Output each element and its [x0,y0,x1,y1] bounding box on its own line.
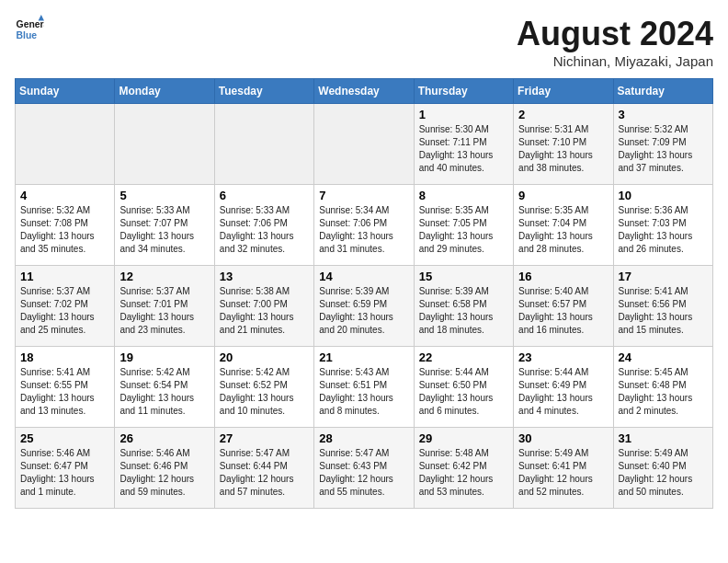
day-number: 13 [220,270,309,283]
day-number: 9 [518,189,608,202]
day-number: 14 [319,270,408,283]
calendar-cell: 20Sunrise: 5:42 AMSunset: 6:52 PMDayligh… [214,347,313,428]
calendar-cell: 23Sunrise: 5:44 AMSunset: 6:49 PMDayligh… [514,347,613,428]
day-number: 17 [619,270,708,283]
day-info: Sunrise: 5:41 AMSunset: 6:56 PMDaylight:… [619,285,708,337]
calendar-cell [314,104,414,185]
day-info: Sunrise: 5:32 AMSunset: 7:08 PMDaylight:… [20,204,109,256]
day-number: 5 [119,189,209,202]
day-info: Sunrise: 5:37 AMSunset: 7:02 PMDaylight:… [20,285,109,337]
day-of-week-header: Thursday [414,79,513,104]
calendar-cell: 27Sunrise: 5:47 AMSunset: 6:44 PMDayligh… [214,428,313,509]
calendar-cell: 2Sunrise: 5:31 AMSunset: 7:10 PMDaylight… [514,104,613,185]
day-info: Sunrise: 5:46 AMSunset: 6:47 PMDaylight:… [20,447,109,499]
calendar-cell: 6Sunrise: 5:33 AMSunset: 7:06 PMDaylight… [214,185,313,266]
day-info: Sunrise: 5:47 AMSunset: 6:44 PMDaylight:… [220,447,309,499]
day-of-week-header: Tuesday [214,79,313,104]
calendar-cell: 29Sunrise: 5:48 AMSunset: 6:42 PMDayligh… [414,428,513,509]
day-info: Sunrise: 5:37 AMSunset: 7:01 PMDaylight:… [119,285,209,337]
day-of-week-header: Saturday [613,79,712,104]
day-info: Sunrise: 5:48 AMSunset: 6:42 PMDaylight:… [419,447,508,499]
calendar-body: 1Sunrise: 5:30 AMSunset: 7:11 PMDaylight… [16,104,713,509]
calendar-week-row: 1Sunrise: 5:30 AMSunset: 7:11 PMDaylight… [16,104,713,185]
header-row: SundayMondayTuesdayWednesdayThursdayFrid… [16,79,713,104]
day-info: Sunrise: 5:40 AMSunset: 6:57 PMDaylight:… [518,285,608,337]
calendar-cell: 12Sunrise: 5:37 AMSunset: 7:01 PMDayligh… [115,266,214,347]
day-number: 15 [419,270,508,283]
day-info: Sunrise: 5:39 AMSunset: 6:58 PMDaylight:… [419,285,508,337]
calendar-cell: 13Sunrise: 5:38 AMSunset: 7:00 PMDayligh… [214,266,313,347]
day-number: 28 [319,431,408,445]
day-number: 20 [220,350,309,364]
day-info: Sunrise: 5:49 AMSunset: 6:40 PMDaylight:… [619,447,708,499]
calendar-cell: 3Sunrise: 5:32 AMSunset: 7:09 PMDaylight… [613,104,712,185]
calendar-cell: 8Sunrise: 5:35 AMSunset: 7:05 PMDaylight… [414,185,513,266]
day-number: 26 [119,431,209,445]
day-number: 1 [419,108,508,121]
calendar-week-row: 25Sunrise: 5:46 AMSunset: 6:47 PMDayligh… [16,428,713,509]
day-info: Sunrise: 5:38 AMSunset: 7:00 PMDaylight:… [220,285,309,337]
day-number: 23 [518,350,608,364]
day-number: 29 [419,431,508,445]
day-info: Sunrise: 5:30 AMSunset: 7:11 PMDaylight:… [419,123,508,175]
month-title: August 2024 [517,15,713,53]
calendar-cell: 30Sunrise: 5:49 AMSunset: 6:41 PMDayligh… [514,428,613,509]
calendar-cell: 18Sunrise: 5:41 AMSunset: 6:55 PMDayligh… [16,347,115,428]
day-info: Sunrise: 5:32 AMSunset: 7:09 PMDaylight:… [619,123,708,175]
day-number: 25 [20,431,109,445]
day-info: Sunrise: 5:35 AMSunset: 7:05 PMDaylight:… [419,204,508,256]
calendar-cell: 5Sunrise: 5:33 AMSunset: 7:07 PMDaylight… [115,185,214,266]
calendar-cell: 7Sunrise: 5:34 AMSunset: 7:06 PMDaylight… [314,185,414,266]
calendar-cell: 4Sunrise: 5:32 AMSunset: 7:08 PMDaylight… [16,185,115,266]
day-number: 7 [319,189,408,202]
calendar-header: SundayMondayTuesdayWednesdayThursdayFrid… [16,79,713,104]
location: Nichinan, Miyazaki, Japan [517,53,713,69]
day-info: Sunrise: 5:34 AMSunset: 7:06 PMDaylight:… [319,204,408,256]
day-info: Sunrise: 5:33 AMSunset: 7:07 PMDaylight:… [119,204,209,256]
day-number: 27 [220,431,309,445]
day-number: 6 [220,189,309,202]
day-number: 30 [518,431,608,445]
day-info: Sunrise: 5:44 AMSunset: 6:49 PMDaylight:… [518,366,608,418]
day-info: Sunrise: 5:36 AMSunset: 7:03 PMDaylight:… [619,204,708,256]
day-info: Sunrise: 5:33 AMSunset: 7:06 PMDaylight:… [220,204,309,256]
calendar-week-row: 11Sunrise: 5:37 AMSunset: 7:02 PMDayligh… [16,266,713,347]
calendar-cell: 31Sunrise: 5:49 AMSunset: 6:40 PMDayligh… [613,428,712,509]
calendar-cell: 11Sunrise: 5:37 AMSunset: 7:02 PMDayligh… [16,266,115,347]
day-of-week-header: Wednesday [314,79,414,104]
calendar-cell: 10Sunrise: 5:36 AMSunset: 7:03 PMDayligh… [613,185,712,266]
calendar-cell: 19Sunrise: 5:42 AMSunset: 6:54 PMDayligh… [115,347,214,428]
day-number: 18 [20,350,109,364]
calendar-cell: 9Sunrise: 5:35 AMSunset: 7:04 PMDaylight… [514,185,613,266]
day-info: Sunrise: 5:42 AMSunset: 6:52 PMDaylight:… [220,366,309,418]
calendar-cell: 1Sunrise: 5:30 AMSunset: 7:11 PMDaylight… [414,104,513,185]
day-number: 12 [119,270,209,283]
day-number: 4 [20,189,109,202]
day-number: 11 [20,270,109,283]
svg-marker-2 [39,15,44,20]
page-header: General Blue August 2024 Nichinan, Miyaz… [15,15,713,69]
day-number: 21 [319,350,408,364]
day-info: Sunrise: 5:46 AMSunset: 6:46 PMDaylight:… [119,447,209,499]
day-info: Sunrise: 5:49 AMSunset: 6:41 PMDaylight:… [518,447,608,499]
day-info: Sunrise: 5:31 AMSunset: 7:10 PMDaylight:… [518,123,608,175]
calendar-cell: 28Sunrise: 5:47 AMSunset: 6:43 PMDayligh… [314,428,414,509]
day-number: 2 [518,108,608,121]
calendar-table: SundayMondayTuesdayWednesdayThursdayFrid… [15,78,713,509]
day-number: 10 [619,189,708,202]
calendar-cell: 25Sunrise: 5:46 AMSunset: 6:47 PMDayligh… [16,428,115,509]
day-info: Sunrise: 5:47 AMSunset: 6:43 PMDaylight:… [319,447,408,499]
day-info: Sunrise: 5:42 AMSunset: 6:54 PMDaylight:… [119,366,209,418]
day-info: Sunrise: 5:45 AMSunset: 6:48 PMDaylight:… [619,366,708,418]
day-of-week-header: Monday [115,79,214,104]
calendar-week-row: 4Sunrise: 5:32 AMSunset: 7:08 PMDaylight… [16,185,713,266]
logo-icon: General Blue [15,15,44,44]
calendar-cell: 24Sunrise: 5:45 AMSunset: 6:48 PMDayligh… [613,347,712,428]
calendar-cell: 21Sunrise: 5:43 AMSunset: 6:51 PMDayligh… [314,347,414,428]
calendar-cell: 16Sunrise: 5:40 AMSunset: 6:57 PMDayligh… [514,266,613,347]
day-number: 24 [619,350,708,364]
calendar-cell: 26Sunrise: 5:46 AMSunset: 6:46 PMDayligh… [115,428,214,509]
day-of-week-header: Friday [514,79,613,104]
logo: General Blue [15,15,44,44]
day-info: Sunrise: 5:35 AMSunset: 7:04 PMDaylight:… [518,204,608,256]
